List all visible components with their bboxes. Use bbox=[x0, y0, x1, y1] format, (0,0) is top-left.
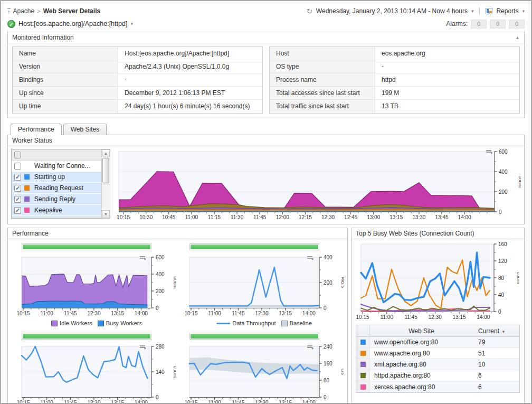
legend-item: Data Throughput bbox=[216, 320, 276, 326]
requests-per-second-chart: 10:1511:0011:4512:3013:1514:00080160240c… bbox=[185, 344, 346, 404]
svg-text:13:15: 13:15 bbox=[390, 214, 403, 220]
chart-menu-icon[interactable]: ▾ bbox=[306, 344, 314, 351]
series-row: ✓Starting up bbox=[12, 172, 101, 183]
legend-swatch bbox=[51, 321, 58, 326]
series-checkbox[interactable]: ✓ bbox=[14, 196, 21, 203]
health-indicator bbox=[189, 333, 319, 340]
series-color-swatch bbox=[24, 185, 30, 191]
tabs: PerformanceWeb Sites bbox=[7, 124, 525, 135]
collapse-icon[interactable]: ▲ bbox=[515, 35, 520, 40]
timerange-label[interactable]: Wednesday, January 2, 2013 10:14 AM - No… bbox=[316, 7, 468, 15]
alarms-label: Alarms: bbox=[446, 20, 468, 27]
site-color-swatch bbox=[360, 340, 366, 345]
series-row: Waiting for Conne... bbox=[12, 161, 101, 172]
series-checkbox[interactable]: ✓ bbox=[14, 174, 21, 181]
idle-busy-workers-chart-cell: 10:1511:0011:4512:3013:1514:000200400600… bbox=[10, 243, 178, 327]
info-label: Host bbox=[270, 47, 375, 60]
chart-menu-icon[interactable]: ▾ bbox=[139, 344, 146, 351]
series-checkbox[interactable]: ✓ bbox=[14, 218, 21, 219]
svg-text:13:30: 13:30 bbox=[412, 214, 425, 220]
timerange-caret-icon[interactable]: ▾ bbox=[471, 8, 474, 14]
reports-button[interactable]: Reports bbox=[496, 7, 518, 15]
scroll-up-icon[interactable]: ▲ bbox=[102, 149, 110, 157]
up-level-icon[interactable]: ↑ bbox=[7, 8, 11, 14]
scrollbar[interactable]: ▲ ▼ bbox=[101, 149, 110, 218]
info-value: Apache/2.4.3 (Unix) OpenSSL/1.0.0g bbox=[118, 60, 262, 73]
series-row: ✓Sending Reply bbox=[12, 194, 101, 205]
svg-text:0: 0 bbox=[156, 305, 159, 311]
info-row: Bindings- bbox=[13, 73, 262, 87]
legend-label: Baseline bbox=[290, 320, 312, 326]
scroll-thumb[interactable] bbox=[102, 158, 109, 183]
series-label: Sending Reply bbox=[34, 195, 75, 203]
site-current-value: 79 bbox=[473, 339, 519, 346]
series-label: Keepalive bbox=[34, 206, 62, 214]
table-row[interactable]: xml.apache.org:8010 bbox=[356, 359, 519, 370]
svg-text:600: 600 bbox=[156, 255, 165, 260]
svg-text:11:15: 11:15 bbox=[208, 214, 221, 220]
health-indicator bbox=[22, 243, 151, 250]
info-label: OS type bbox=[270, 60, 375, 73]
health-indicator bbox=[189, 243, 319, 250]
window: ↑ Apache > Web Server Details ↻ Wednesda… bbox=[0, 0, 532, 404]
tab-performance[interactable]: Performance bbox=[11, 124, 62, 135]
svg-text:11:30: 11:30 bbox=[231, 214, 244, 220]
series-label: Reading Request bbox=[34, 184, 83, 192]
col-current[interactable]: Current▼ bbox=[473, 327, 519, 335]
legend-label: Busy Workers bbox=[106, 320, 142, 326]
svg-text:0: 0 bbox=[498, 309, 501, 315]
svg-text:11:45: 11:45 bbox=[64, 400, 77, 404]
svg-text:11:00: 11:00 bbox=[381, 314, 394, 320]
svg-text:12:00: 12:00 bbox=[276, 214, 289, 220]
series-checkbox[interactable] bbox=[14, 163, 21, 170]
legend-item: Baseline bbox=[281, 320, 312, 326]
chart-legend: Idle WorkersBusy Workers bbox=[17, 319, 176, 327]
open-connections-chart: 10:1511:0011:4512:3013:1514:000140280cou… bbox=[17, 344, 178, 404]
series-checkbox[interactable]: ✓ bbox=[14, 207, 21, 214]
alarm-count[interactable]: 0 bbox=[509, 20, 525, 29]
series-color-swatch bbox=[24, 163, 30, 168]
panel-title: Top 5 Busy Web Sites (Connection Count) bbox=[356, 230, 474, 237]
site-name: www.apache.org:80 bbox=[370, 350, 473, 357]
alarm-count[interactable]: 0 bbox=[471, 20, 487, 29]
svg-text:11:45: 11:45 bbox=[404, 314, 417, 320]
series-label: DNS Lookup bbox=[34, 218, 70, 219]
svg-text:MB/s: MB/s bbox=[340, 277, 344, 288]
table-row[interactable]: xerces.apache.org:806 bbox=[356, 381, 519, 392]
tab-web-sites[interactable]: Web Sites bbox=[63, 124, 107, 135]
info-value: 24 day(s) 1 hour(s) 6 minute(s) 16 secon… bbox=[118, 100, 262, 113]
alarm-count[interactable]: 0 bbox=[490, 20, 506, 29]
host-caret-icon[interactable]: ▾ bbox=[130, 21, 133, 26]
svg-text:200: 200 bbox=[324, 280, 332, 286]
breadcrumb-root[interactable]: Apache bbox=[13, 7, 35, 15]
info-value: Host:[eos.apache.org]/Apache:[httpd] bbox=[118, 47, 262, 60]
top-right-controls: ↻ Wednesday, January 2, 2013 10:14 AM - … bbox=[307, 7, 525, 15]
scroll-down-icon[interactable]: ▼ bbox=[102, 210, 110, 218]
top5-table: Web Site Current▼ www.openoffice.org:807… bbox=[356, 325, 520, 393]
series-color-swatch bbox=[24, 174, 30, 180]
top5-table-header: Web Site Current▼ bbox=[356, 325, 519, 337]
sort-desc-icon: ▼ bbox=[501, 330, 506, 334]
table-row[interactable]: www.apache.org:8051 bbox=[356, 348, 519, 359]
info-value: - bbox=[375, 60, 519, 73]
monitored-information-panel: Monitored Information ▲ NameHost:[eos.ap… bbox=[7, 32, 525, 118]
svg-text:10:45: 10:45 bbox=[162, 214, 175, 220]
svg-text:200: 200 bbox=[156, 288, 165, 294]
host-bar: ✓ Host:[eos.apache.org]/Apache:[httpd] ▾… bbox=[7, 17, 525, 31]
info-label: Up since bbox=[13, 87, 118, 99]
chart-menu-icon[interactable]: ▾ bbox=[306, 255, 314, 262]
chart-menu-icon[interactable]: ▾ bbox=[139, 255, 146, 262]
worker-series-selector: Waiting for Conne...✓Starting up✓Reading… bbox=[11, 149, 110, 219]
chart-menu-icon[interactable]: ▾ bbox=[485, 149, 492, 156]
reports-caret-icon[interactable]: ▾ bbox=[522, 8, 525, 14]
table-row[interactable]: www.openoffice.org:8079 bbox=[356, 337, 519, 348]
svg-text:14:00: 14:00 bbox=[302, 400, 315, 404]
info-row: Total accesses since last start199 M bbox=[270, 87, 519, 100]
table-row[interactable]: httpd.apache.org:806 bbox=[356, 370, 519, 381]
svg-text:count: count bbox=[173, 276, 176, 289]
host-selector[interactable]: ✓ Host:[eos.apache.org]/Apache:[httpd] ▾ bbox=[7, 20, 133, 28]
select-all-checkbox[interactable] bbox=[14, 152, 21, 158]
series-checkbox[interactable]: ✓ bbox=[14, 185, 21, 192]
site-color-swatch bbox=[360, 351, 366, 356]
col-web-site[interactable]: Web Site bbox=[370, 327, 473, 335]
